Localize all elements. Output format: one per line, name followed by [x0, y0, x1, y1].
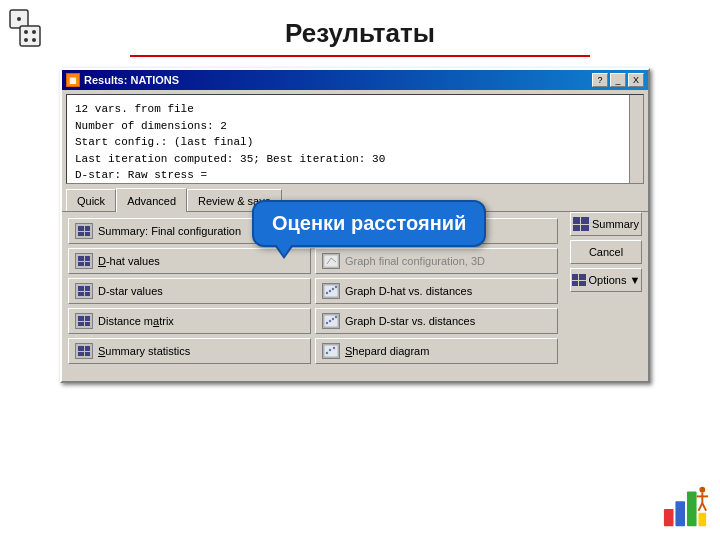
graph-final-config-3d-button[interactable]: Graph final configuration, 3D	[315, 248, 558, 274]
svg-rect-20	[324, 255, 338, 267]
svg-point-27	[335, 286, 337, 288]
title-underline	[130, 55, 590, 57]
svg-point-26	[332, 288, 334, 290]
distance-matrix-label: Distance matrix	[98, 315, 174, 327]
svg-point-11	[699, 487, 705, 493]
bottom-right-icon	[662, 482, 712, 532]
summary-statistics-button[interactable]: Summary statistics	[68, 338, 311, 364]
table-icon	[75, 223, 93, 239]
svg-point-29	[326, 322, 328, 324]
distance-matrix-button[interactable]: Distance matrix	[68, 308, 311, 334]
svg-rect-9	[687, 492, 697, 527]
output-area: 12 vars. from file Number of dimensions:…	[66, 94, 644, 184]
svg-rect-10	[698, 513, 706, 526]
graph3d-icon	[322, 253, 340, 269]
svg-rect-8	[675, 501, 685, 526]
svg-rect-33	[324, 345, 338, 357]
results-dialog: ▦ Results: NATIONS ? _ X 12 vars. from f…	[60, 68, 650, 383]
tab-advanced[interactable]: Advanced	[116, 188, 187, 212]
svg-point-30	[329, 320, 331, 322]
svg-point-24	[326, 292, 328, 294]
close-button[interactable]: X	[628, 73, 644, 87]
cancel-button[interactable]: Cancel	[570, 240, 642, 264]
svg-point-36	[333, 347, 335, 349]
scatter-icon-1	[322, 283, 340, 299]
graph-d-hat-distances-button[interactable]: Graph D-hat vs. distances	[315, 278, 558, 304]
summary-button[interactable]: Summary	[570, 212, 642, 236]
svg-point-34	[326, 352, 328, 354]
table-icon-5	[75, 343, 93, 359]
svg-point-35	[329, 349, 331, 351]
summary-final-config-label: Summary: Final configuration	[98, 225, 241, 237]
scatter-icon-2	[322, 313, 340, 329]
help-button[interactable]: ?	[592, 73, 608, 87]
output-line-3: Start config.: (last final)	[75, 134, 635, 151]
graph-d-star-distances-label: Graph D-star vs. distances	[345, 315, 475, 327]
dialog-controls: ? _ X	[592, 73, 644, 87]
svg-point-31	[332, 318, 334, 320]
options-button[interactable]: Options ▼	[570, 268, 642, 292]
svg-point-32	[335, 316, 337, 318]
scatter-icon-3	[322, 343, 340, 359]
output-line-6: D-hat: Raw stress =	[75, 184, 635, 185]
tooltip-bubble: Оценки расстояний	[252, 200, 486, 247]
table-icon-2	[75, 253, 93, 269]
output-line-5: D-star: Raw stress =	[75, 167, 635, 184]
shepard-diagram-label: Shepard diagram	[345, 345, 429, 357]
table-icon-4	[75, 313, 93, 329]
graph-d-star-distances-button[interactable]: Graph D-star vs. distances	[315, 308, 558, 334]
table-icon-3	[75, 283, 93, 299]
page-title: Результаты	[0, 18, 720, 49]
d-star-values-button[interactable]: D-star values	[68, 278, 311, 304]
output-scrollbar[interactable]	[629, 95, 643, 183]
svg-rect-7	[664, 509, 674, 526]
output-line-4: Last iteration computed: 35; Best iterat…	[75, 151, 635, 168]
right-panel: Summary Cancel Options ▼	[570, 212, 642, 292]
graph-d-hat-distances-label: Graph D-hat vs. distances	[345, 285, 472, 297]
minimize-button[interactable]: _	[610, 73, 626, 87]
shepard-diagram-button[interactable]: Shepard diagram	[315, 338, 558, 364]
d-hat-values-label: D-hat values	[98, 255, 160, 267]
dialog-title: ▦ Results: NATIONS	[66, 73, 179, 87]
d-star-values-label: D-star values	[98, 285, 163, 297]
dialog-icon: ▦	[66, 73, 80, 87]
output-line-2: Number of dimensions: 2	[75, 118, 635, 135]
svg-point-25	[329, 290, 331, 292]
svg-line-14	[698, 503, 702, 511]
tab-quick[interactable]: Quick	[66, 189, 116, 211]
summary-statistics-label: Summary statistics	[98, 345, 190, 357]
dialog-titlebar: ▦ Results: NATIONS ? _ X	[62, 70, 648, 90]
output-line-1: 12 vars. from file	[75, 101, 635, 118]
svg-line-15	[702, 503, 706, 511]
graph-final-3d-label: Graph final configuration, 3D	[345, 255, 485, 267]
